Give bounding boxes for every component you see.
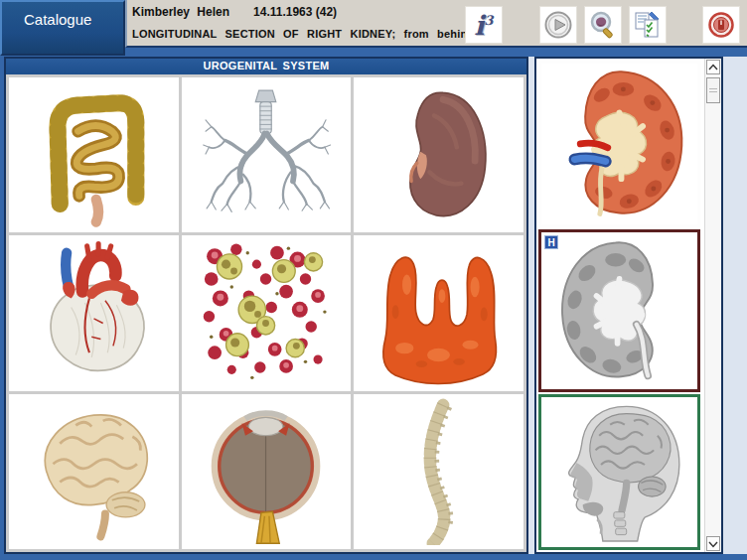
report-document-icon [633, 10, 663, 40]
scroll-up-button[interactable] [706, 60, 720, 74]
study-title: LONGITUDINAL SECTION OF RIGHT KIDNEY; fr… [132, 28, 474, 40]
catalogue-title-panel: Catalogue [0, 0, 125, 56]
play-button[interactable] [539, 6, 577, 44]
intestines-illustration [26, 81, 162, 229]
kidney-gray-section-illustration [543, 234, 695, 388]
info-i3-icon: i3 [474, 12, 493, 39]
preview-item-kidney-section-color[interactable] [538, 61, 700, 227]
patient-dob: 14.11.1963 (42) [253, 5, 337, 19]
preview-item-kidney-section-gray-selected[interactable]: H [538, 229, 700, 393]
preview-panel: H [534, 57, 723, 554]
vertebral-column-illustration [371, 398, 507, 546]
preview-list: H [536, 59, 702, 552]
chevron-down-icon [708, 540, 718, 548]
info-button[interactable]: i3 [465, 6, 503, 44]
scroll-down-button[interactable] [706, 536, 720, 551]
head-sagittal-illustration [546, 399, 692, 545]
search-button[interactable] [584, 6, 622, 44]
preview-scrollbar[interactable] [704, 59, 721, 552]
kidney-color-section-illustration [541, 64, 697, 224]
kidney-illustration [371, 81, 507, 229]
catalog-item-heart[interactable] [9, 235, 179, 390]
app-title: Catalogue [24, 11, 91, 28]
header-patient-panel: Kimberley Helen 14.11.1963 (42) LONGITUD… [125, 0, 747, 48]
thyroid-illustration [371, 239, 507, 387]
patient-name: Kimberley Helen [132, 5, 229, 19]
brain-illustration [26, 398, 162, 546]
catalog-item-vertebral-column[interactable] [354, 394, 523, 549]
catalog-item-bronchial-tree[interactable] [182, 77, 352, 232]
search-magnifier-icon [588, 10, 618, 40]
catalog-item-intestines[interactable] [9, 77, 179, 232]
heart-illustration [26, 239, 162, 387]
exit-button[interactable] [702, 6, 740, 44]
catalog-grid [6, 74, 526, 552]
catalog-item-eye-section[interactable] [182, 394, 352, 549]
scrollbar-grip [709, 88, 717, 92]
hint-badge: H [544, 235, 558, 249]
report-button[interactable] [629, 6, 667, 44]
scrollbar-thumb[interactable] [706, 77, 720, 103]
bronchial-tree-illustration [198, 81, 334, 229]
eye-section-illustration [198, 398, 334, 546]
blood-cells-illustration [198, 239, 334, 387]
catalog-item-blood-cells[interactable] [182, 235, 352, 390]
patient-info: Kimberley Helen 14.11.1963 (42) [132, 5, 337, 19]
play-icon [543, 10, 573, 40]
exit-icon [706, 10, 736, 40]
main-catalog-panel: UROGENITAL SYSTEM [4, 57, 528, 554]
preview-item-head-sagittal-section[interactable] [538, 394, 700, 550]
catalog-item-brain[interactable] [9, 394, 179, 549]
chevron-up-icon [708, 64, 718, 71]
catalog-item-kidney[interactable] [354, 77, 523, 232]
catalog-item-thyroid-gland[interactable] [354, 235, 523, 390]
catalog-section-title: UROGENITAL SYSTEM [6, 59, 526, 74]
